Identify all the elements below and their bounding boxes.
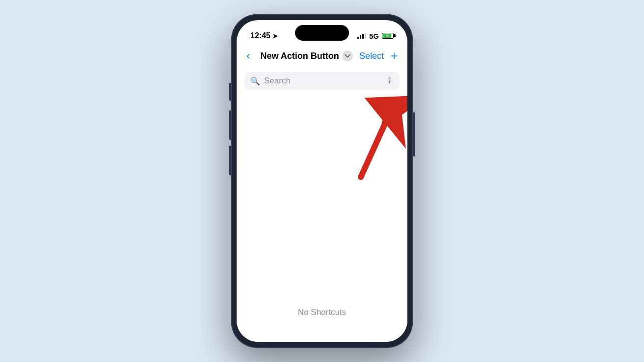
- select-button[interactable]: Select: [359, 51, 384, 61]
- title-dropdown-button[interactable]: [342, 51, 353, 61]
- search-input[interactable]: Search: [264, 76, 382, 86]
- microphone-icon[interactable]: 🎙: [386, 77, 394, 85]
- mute-button[interactable]: [229, 83, 231, 101]
- network-type: 5G: [369, 32, 379, 40]
- bar-4: [365, 33, 366, 39]
- bar-3: [362, 34, 364, 39]
- status-time: 12:45 ➤: [250, 31, 278, 40]
- power-button[interactable]: [413, 112, 415, 156]
- dynamic-island: [295, 25, 349, 41]
- status-right-icons: 5G 51: [357, 32, 394, 40]
- volume-up-button[interactable]: [229, 110, 231, 140]
- phone-screen: 12:45 ➤ 5G 51 ‹ Ne: [237, 20, 407, 342]
- add-button[interactable]: +: [391, 50, 398, 62]
- nav-actions: Select +: [359, 50, 398, 62]
- signal-bars-icon: [357, 33, 366, 39]
- search-icon: 🔍: [250, 77, 260, 86]
- time-display: 12:45: [250, 31, 270, 40]
- location-icon: ➤: [272, 32, 278, 40]
- navigation-bar: ‹ New Action Button Select +: [237, 45, 407, 69]
- bar-1: [357, 37, 359, 39]
- search-container: 🔍 Search 🎙: [237, 69, 407, 95]
- battery-level: 51: [386, 34, 390, 38]
- empty-state-label: No Shortcuts: [298, 308, 346, 317]
- back-button[interactable]: ‹: [246, 49, 254, 63]
- volume-down-button[interactable]: [229, 146, 231, 175]
- bar-2: [360, 35, 361, 39]
- chevron-down-icon: [345, 53, 350, 59]
- phone-device: 12:45 ➤ 5G 51 ‹ Ne: [231, 14, 413, 348]
- nav-title-container: New Action Button: [254, 51, 359, 61]
- search-bar[interactable]: 🔍 Search 🎙: [244, 72, 400, 90]
- battery-icon: 51: [382, 33, 394, 39]
- status-bar: 12:45 ➤ 5G 51: [237, 20, 407, 45]
- page-title: New Action Button: [260, 51, 339, 61]
- main-content: No Shortcuts: [237, 95, 407, 342]
